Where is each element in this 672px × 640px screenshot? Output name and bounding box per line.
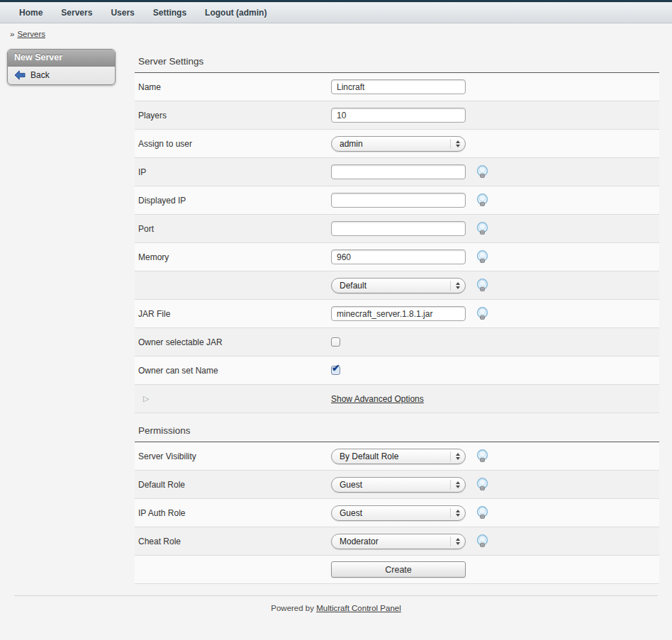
footer-multicraft-link[interactable]: Multicraft Control Panel bbox=[316, 604, 401, 612]
nav-item-home[interactable]: Home bbox=[19, 8, 43, 18]
section-title-server-settings: Server Settings bbox=[135, 43, 659, 73]
ip-input[interactable] bbox=[331, 164, 466, 179]
sidebar-title: New Server bbox=[8, 50, 115, 67]
default-role-select[interactable]: Guest bbox=[331, 477, 466, 493]
cheat-role-selected-value: Moderator bbox=[340, 537, 379, 546]
sidebar-menu-box: New Server Back bbox=[7, 49, 116, 85]
displayed-ip-input[interactable] bbox=[331, 193, 466, 208]
server-visibility-selected-value: By Default Role bbox=[340, 451, 398, 461]
permissions-rows: Server Visibility By Default Role bbox=[135, 442, 659, 584]
assign-to-user-label: Assign to user bbox=[138, 139, 331, 149]
server-visibility-select[interactable]: By Default Role bbox=[331, 449, 466, 464]
name-input[interactable] bbox=[331, 79, 466, 94]
form-row-jar-file: JAR File bbox=[135, 300, 659, 328]
cheat-role-label: Cheat Role bbox=[138, 537, 331, 546]
port-label: Port bbox=[138, 224, 331, 234]
memory-profile-select[interactable]: Default bbox=[331, 278, 466, 293]
server-settings-rows: Name Players Assign to user admin bbox=[135, 73, 659, 413]
assign-to-user-selected-value: admin bbox=[340, 139, 363, 149]
select-stepper-icon bbox=[450, 508, 460, 518]
memory-label: Memory bbox=[138, 252, 331, 262]
owner-selectable-jar-label: Owner selectable JAR bbox=[138, 337, 331, 347]
memory-help-bulb-icon[interactable] bbox=[476, 250, 488, 264]
nav-item-logout[interactable]: Logout (admin) bbox=[205, 8, 267, 18]
default-role-label: Default Role bbox=[138, 480, 331, 490]
form-row-server-visibility: Server Visibility By Default Role bbox=[135, 442, 659, 471]
owner-selectable-jar-checkbox[interactable] bbox=[331, 337, 340, 347]
form-row-cheat-role: Cheat Role Moderator bbox=[135, 527, 659, 556]
form-row-ip-auth-role: IP Auth Role Guest bbox=[135, 499, 659, 527]
cheat-role-help-bulb-icon[interactable] bbox=[476, 534, 488, 548]
sidebar: New Server Back bbox=[0, 43, 128, 85]
displayed-ip-help-bulb-icon[interactable] bbox=[476, 193, 488, 207]
disclosure-triangle-icon[interactable]: ▷ bbox=[138, 394, 331, 403]
cheat-role-select[interactable]: Moderator bbox=[331, 534, 466, 549]
breadcrumb-separator: » bbox=[10, 30, 14, 38]
memory-profile-selected-value: Default bbox=[340, 281, 366, 291]
form-row-memory-profile: Default bbox=[135, 271, 659, 300]
form-row-assign-to-user: Assign to user admin bbox=[135, 130, 659, 158]
select-stepper-icon bbox=[450, 480, 460, 490]
form-row-players: Players bbox=[135, 101, 659, 130]
form-row-name: Name bbox=[135, 73, 659, 101]
ip-help-bulb-icon[interactable] bbox=[476, 165, 488, 179]
default-role-help-bulb-icon[interactable] bbox=[476, 478, 488, 491]
breadcrumb: »Servers bbox=[0, 23, 672, 43]
select-stepper-icon bbox=[450, 451, 460, 461]
default-role-selected-value: Guest bbox=[340, 480, 362, 490]
form-row-ip: IP bbox=[135, 158, 659, 186]
section-title-permissions: Permissions bbox=[135, 413, 659, 442]
form-row-default-role: Default Role Guest bbox=[135, 471, 659, 499]
displayed-ip-label: Displayed IP bbox=[138, 196, 331, 206]
breadcrumb-link-servers[interactable]: Servers bbox=[17, 30, 45, 38]
main-content: Server Settings Name Players Assign to u… bbox=[128, 43, 672, 584]
form-row-create: Create bbox=[135, 556, 659, 584]
ip-auth-role-select[interactable]: Guest bbox=[331, 505, 466, 521]
assign-to-user-select[interactable]: admin bbox=[331, 136, 466, 152]
form-row-advanced-options: ▷ Show Advanced Options bbox=[135, 385, 659, 413]
show-advanced-options-link[interactable]: Show Advanced Options bbox=[331, 394, 424, 404]
owner-can-set-name-label: Owner can set Name bbox=[138, 366, 331, 376]
nav-item-users[interactable]: Users bbox=[111, 8, 134, 18]
jar-file-label: JAR File bbox=[138, 309, 331, 319]
form-row-memory: Memory bbox=[135, 243, 659, 271]
form-row-owner-selectable-jar: Owner selectable JAR bbox=[135, 328, 659, 357]
name-label: Name bbox=[138, 82, 331, 92]
select-stepper-icon bbox=[450, 139, 460, 149]
server-visibility-label: Server Visibility bbox=[138, 451, 331, 461]
select-stepper-icon bbox=[450, 537, 460, 546]
port-help-bulb-icon[interactable] bbox=[476, 222, 488, 235]
sidebar-item-back[interactable]: Back bbox=[8, 67, 115, 84]
sidebar-back-label: Back bbox=[30, 70, 50, 80]
server-visibility-help-bulb-icon[interactable] bbox=[476, 449, 488, 463]
back-arrow-icon bbox=[14, 70, 26, 80]
top-navigation: Home Servers Users Settings Logout (admi… bbox=[0, 0, 672, 23]
form-row-displayed-ip: Displayed IP bbox=[135, 186, 659, 215]
jar-file-help-bulb-icon[interactable] bbox=[476, 307, 488, 320]
footer-powered-by-text: Powered by bbox=[271, 604, 314, 612]
memory-input[interactable] bbox=[331, 249, 466, 264]
players-input[interactable] bbox=[331, 108, 466, 123]
owner-can-set-name-checkbox[interactable] bbox=[331, 366, 340, 375]
nav-item-settings[interactable]: Settings bbox=[153, 8, 186, 18]
jar-file-input[interactable] bbox=[331, 306, 466, 321]
memory-profile-help-bulb-icon[interactable] bbox=[476, 279, 488, 292]
port-input[interactable] bbox=[331, 221, 466, 236]
create-button[interactable]: Create bbox=[331, 561, 466, 578]
players-label: Players bbox=[138, 111, 331, 120]
footer: Powered by Multicraft Control Panel bbox=[14, 595, 658, 634]
nav-item-servers[interactable]: Servers bbox=[61, 8, 92, 18]
ip-auth-role-selected-value: Guest bbox=[340, 508, 362, 518]
ip-auth-role-help-bulb-icon[interactable] bbox=[476, 506, 488, 520]
form-row-port: Port bbox=[135, 215, 659, 243]
ip-auth-role-label: IP Auth Role bbox=[138, 508, 331, 518]
ip-label: IP bbox=[138, 167, 331, 177]
select-stepper-icon bbox=[450, 281, 460, 291]
form-row-owner-can-set-name: Owner can set Name bbox=[135, 357, 659, 385]
